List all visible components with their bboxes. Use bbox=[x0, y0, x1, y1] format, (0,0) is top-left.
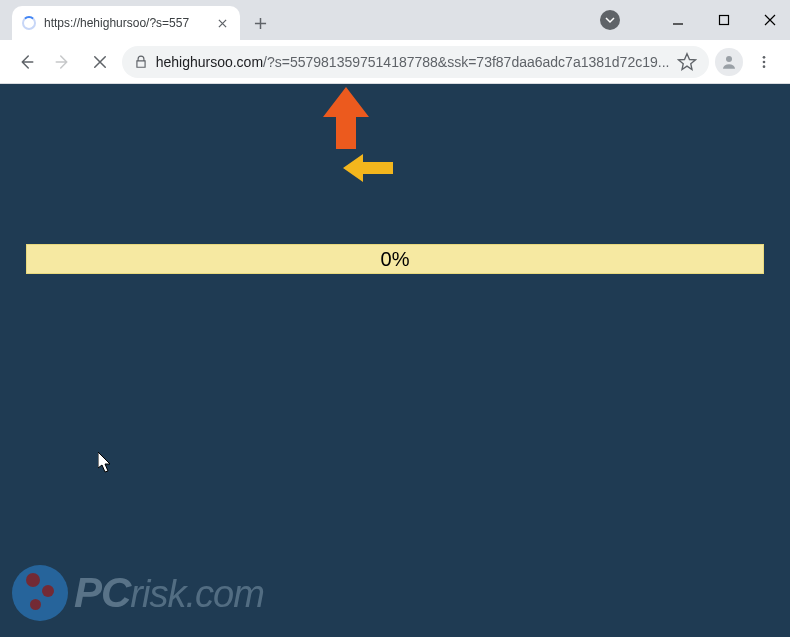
svg-rect-0 bbox=[720, 16, 729, 25]
lock-icon bbox=[134, 55, 148, 69]
progress-bar: 0% bbox=[26, 244, 764, 274]
chevron-down-icon bbox=[604, 14, 616, 26]
tab-close-button[interactable] bbox=[214, 15, 230, 31]
arrow-left-icon bbox=[17, 53, 35, 71]
watermark-prefix: PC bbox=[74, 569, 130, 617]
arrow-left-annotation-icon bbox=[343, 154, 393, 182]
minimize-icon bbox=[672, 14, 684, 26]
svg-point-3 bbox=[763, 60, 766, 63]
menu-button[interactable] bbox=[749, 46, 780, 78]
mouse-cursor-icon bbox=[98, 452, 114, 474]
watermark-text: PCrisk.com bbox=[74, 569, 264, 617]
forward-button[interactable] bbox=[47, 46, 78, 78]
tab-title: https://hehighursoo/?s=557 bbox=[44, 16, 206, 30]
maximize-button[interactable] bbox=[712, 8, 736, 32]
url-domain: hehighursoo.com bbox=[156, 54, 263, 70]
progress-label: 0% bbox=[381, 248, 410, 271]
window-controls bbox=[666, 8, 782, 32]
stop-icon bbox=[91, 53, 109, 71]
new-tab-button[interactable] bbox=[246, 9, 274, 37]
person-icon bbox=[720, 53, 738, 71]
kebab-icon bbox=[756, 54, 772, 70]
window-titlebar: https://hehighursoo/?s=557 bbox=[0, 0, 790, 40]
arrow-up-annotation-icon bbox=[323, 87, 369, 149]
minimize-button[interactable] bbox=[666, 8, 690, 32]
svg-point-2 bbox=[763, 56, 766, 59]
bookmark-button[interactable] bbox=[677, 52, 697, 72]
back-button[interactable] bbox=[10, 46, 41, 78]
watermark: PCrisk.com bbox=[12, 565, 264, 621]
arrow-right-icon bbox=[54, 53, 72, 71]
svg-point-4 bbox=[763, 65, 766, 68]
close-icon bbox=[218, 19, 227, 28]
maximize-icon bbox=[718, 14, 730, 26]
profile-button[interactable] bbox=[715, 48, 742, 76]
watermark-logo-icon bbox=[12, 565, 68, 621]
close-icon bbox=[764, 14, 776, 26]
browser-toolbar: hehighursoo.com/?s=5579813597514187788&s… bbox=[0, 40, 790, 84]
loading-spinner-icon bbox=[22, 16, 36, 30]
plus-icon bbox=[254, 17, 267, 30]
url-text: hehighursoo.com/?s=5579813597514187788&s… bbox=[156, 54, 670, 70]
watermark-suffix: risk bbox=[130, 573, 185, 616]
stop-button[interactable] bbox=[84, 46, 115, 78]
tab-search-button[interactable] bbox=[600, 10, 620, 30]
url-path: /?s=5579813597514187788&ssk=73f87daa6adc… bbox=[263, 54, 669, 70]
watermark-tld: .com bbox=[185, 573, 263, 616]
address-bar[interactable]: hehighursoo.com/?s=5579813597514187788&s… bbox=[122, 46, 710, 78]
window-close-button[interactable] bbox=[758, 8, 782, 32]
page-content: 0% PCrisk.com bbox=[0, 84, 790, 637]
browser-tab[interactable]: https://hehighursoo/?s=557 bbox=[12, 6, 240, 40]
svg-point-1 bbox=[726, 56, 732, 62]
